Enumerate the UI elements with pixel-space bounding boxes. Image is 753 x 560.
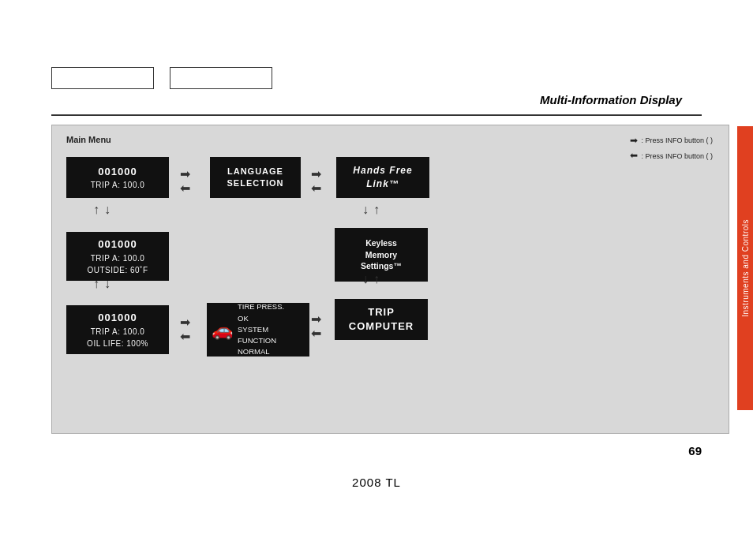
keyless-box: Keyless Memory Settings™	[335, 228, 428, 282]
tire-line3: SYSTEM	[238, 324, 284, 335]
page-title: Multi-Information Display	[540, 93, 682, 106]
side-tab-label: Instruments and Controls	[741, 219, 750, 317]
arrow-right-r3b: ➡	[311, 313, 321, 326]
trip-line1: TRIP	[368, 305, 395, 319]
top-nav	[51, 67, 272, 89]
arrow-up-1: ↑	[93, 203, 99, 217]
arrows-h-r1-c12: ➡ ⬅	[180, 168, 190, 195]
nav-btn-2[interactable]	[170, 67, 272, 89]
arrow-left-r3b: ⬅	[311, 327, 321, 340]
legend-arrow-right: ➡	[630, 133, 638, 148]
odo2-line1: 001000	[98, 237, 137, 252]
handsfree-line1: Hands Free Link™	[339, 164, 426, 191]
odo3-line3: OIL LIFE: 100%	[87, 338, 148, 349]
arrows-v-c1-r2: ↑ ↓	[93, 277, 111, 291]
page-number: 69	[688, 444, 702, 457]
arrow-down-c3-1: ↓	[362, 203, 369, 217]
arrows-h-r3-c23: ➡ ⬅	[311, 313, 321, 340]
main-menu-label: Main Menu	[66, 135, 111, 144]
tire-line1: TIRE PRESS.	[238, 301, 284, 312]
arrows-h-r3-c12: ➡ ⬅	[180, 316, 190, 343]
odo-box-2: 001000 TRIP A: 100.0 OUTSIDE: 60˚F	[66, 232, 169, 281]
legend-text-right: : Press INFO button ( )	[641, 135, 713, 146]
arrow-up-c3-1: ↑	[373, 203, 380, 217]
keyless-line3: Settings™	[361, 260, 402, 272]
odo2-line2: TRIP A: 100.0	[91, 252, 145, 264]
arrow-down-c3-2: ↓	[362, 272, 369, 286]
arrow-down-1: ↓	[104, 203, 111, 217]
car-icon: 🚗	[212, 317, 233, 343]
odo3-line1: 001000	[98, 310, 137, 326]
arrow-right-r1b: ➡	[311, 168, 321, 181]
tire-box: 🚗 TIRE PRESS. OK SYSTEM FUNCTION NORMAL	[207, 303, 309, 357]
divider	[51, 114, 702, 116]
tire-line4: FUNCTION	[238, 335, 284, 346]
arrow-left-r3a: ⬅	[180, 330, 190, 343]
tire-text: TIRE PRESS. OK SYSTEM FUNCTION NORMAL	[238, 301, 284, 357]
legend: ➡ : Press INFO button ( ) ⬅ : Press INFO…	[630, 133, 713, 163]
arrows-v-c3-r2: ↓ ↑	[362, 272, 380, 286]
footer-title: 2008 TL	[352, 476, 401, 489]
arrow-left-r1b: ⬅	[311, 182, 321, 195]
arrows-h-r1-c23: ➡ ⬅	[311, 168, 321, 195]
keyless-line2: Memory	[365, 249, 397, 261]
nav-btn-1[interactable]	[51, 67, 154, 89]
arrow-up-2: ↑	[93, 277, 99, 291]
odo1-line2: TRIP A: 100.0	[91, 179, 145, 191]
legend-text-left: : Press INFO button ( )	[641, 151, 713, 162]
odo1-line1: 001000	[98, 164, 137, 180]
tire-line2: OK	[238, 313, 284, 324]
arrows-v-c1-r1: ↑ ↓	[93, 203, 111, 217]
odo3-line2: TRIP A: 100.0	[91, 326, 145, 338]
arrow-down-2: ↓	[104, 277, 111, 291]
arrow-right-r3a: ➡	[180, 316, 190, 329]
arrow-left-r1a: ⬅	[180, 182, 190, 195]
handsfree-box: Hands Free Link™	[336, 157, 429, 198]
keyless-line1: Keyless	[365, 237, 397, 249]
trip-box: TRIP COMPUTER	[335, 299, 428, 340]
odo-box-3: 001000 TRIP A: 100.0 OIL LIFE: 100%	[66, 305, 169, 354]
arrow-right-r1a: ➡	[180, 168, 190, 181]
legend-arrow-left: ⬅	[630, 148, 638, 163]
language-line2: SELECTION	[227, 177, 284, 189]
odo-box-1: 001000 TRIP A: 100.0	[66, 157, 169, 198]
language-line1: LANGUAGE	[227, 166, 283, 177]
arrow-up-c3-2: ↑	[373, 272, 380, 286]
side-tab: Instruments and Controls	[737, 126, 753, 410]
arrows-v-c3-r1: ↓ ↑	[362, 203, 380, 217]
trip-line2: COMPUTER	[349, 319, 414, 334]
tire-line5: NORMAL	[238, 346, 284, 357]
language-box: LANGUAGE SELECTION	[210, 157, 301, 198]
diagram: Main Menu ➡ : Press INFO button ( ) ⬅ : …	[51, 125, 729, 434]
odo2-line3: OUTSIDE: 60˚F	[87, 264, 148, 276]
